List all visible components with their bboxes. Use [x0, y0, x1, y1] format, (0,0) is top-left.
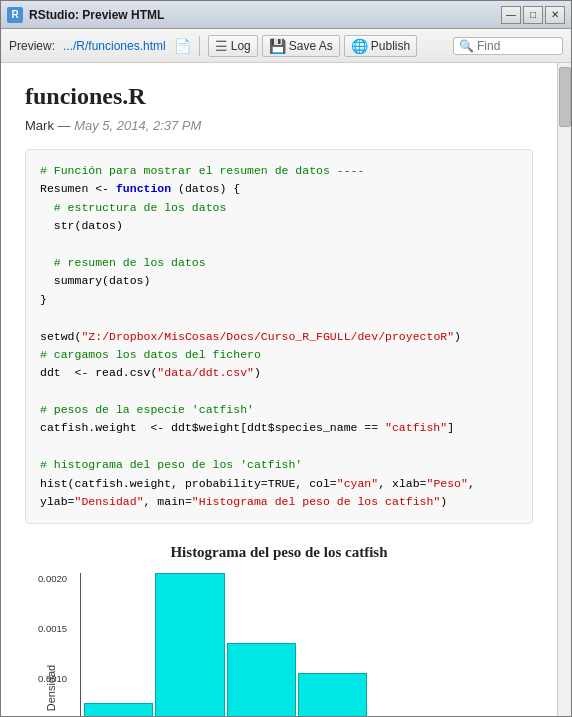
window-title: RStudio: Preview HTML [29, 8, 495, 22]
search-icon: 🔍 [459, 39, 474, 53]
y-tick-2: 0.0010 [38, 673, 67, 684]
save-as-button[interactable]: 💾 Save As [262, 35, 340, 57]
code-comment-5: # pesos de la especie 'catfish' [40, 403, 254, 416]
code-block: # Función para mostrar el resumen de dat… [25, 149, 533, 524]
author-line: Mark — May 5, 2014, 2:37 PM [25, 118, 533, 133]
code-comment-2: # estructura de los datos [40, 201, 226, 214]
author-name: Mark [25, 118, 54, 133]
app-icon: R [7, 7, 23, 23]
y-ticks: 0.0020 0.0015 0.0010 0.0005 [38, 573, 67, 716]
preview-path[interactable]: .../R/funciones.html [63, 39, 166, 53]
code-line-12: ddt <- read.csv("data/ddt.csv") [40, 366, 261, 379]
file-icon: 📄 [174, 38, 191, 54]
title-bar: R RStudio: Preview HTML — □ ✕ [1, 1, 571, 29]
publish-icon: 🌐 [351, 38, 368, 54]
search-input[interactable] [477, 39, 557, 53]
log-icon: ☰ [215, 38, 228, 54]
content-area: funciones.R Mark — May 5, 2014, 2:37 PM … [1, 63, 571, 716]
bar-4 [298, 673, 367, 716]
code-line-15: catfish.weight <- ddt$weight[ddt$species… [40, 421, 454, 434]
code-comment-4: # cargamos los datos del fichero [40, 348, 261, 361]
code-line-7: summary(datos) [40, 274, 150, 287]
separator-1 [199, 36, 200, 56]
code-comment-6: # histograma del peso de los 'catfish' [40, 458, 302, 471]
document-title: funciones.R [25, 83, 533, 110]
document-date: May 5, 2014, 2:37 PM [74, 118, 201, 133]
window-controls: — □ ✕ [501, 6, 565, 24]
y-tick-3: 0.0015 [38, 623, 67, 634]
em-dash: — [58, 118, 75, 133]
y-tick-4: 0.0020 [38, 573, 67, 584]
histogram-title: Histograma del peso de los catfish [25, 544, 533, 561]
code-line-19: ylab="Densidad", main="Histograma del pe… [40, 495, 447, 508]
publish-button[interactable]: 🌐 Publish [344, 35, 417, 57]
scrollbar-thumb[interactable] [559, 67, 571, 127]
bar-3 [227, 643, 296, 716]
code-line-18: hist(catfish.weight, probability=TRUE, c… [40, 477, 475, 490]
code-line-4: str(datos) [40, 219, 123, 232]
rstudio-window: R RStudio: Preview HTML — □ ✕ Preview: .… [0, 0, 572, 717]
toolbar: Preview: .../R/funciones.html 📄 ☰ Log 💾 … [1, 29, 571, 63]
search-box[interactable]: 🔍 [453, 37, 563, 55]
scrollbar[interactable] [557, 63, 571, 716]
save-icon: 💾 [269, 38, 286, 54]
preview-label: Preview: [9, 39, 55, 53]
log-button[interactable]: ☰ Log [208, 35, 258, 57]
code-line-2: Resumen <- function (datos) { [40, 182, 240, 195]
histogram-section: Histograma del peso de los catfish Densi… [25, 544, 533, 716]
chart-wrapper: Densidad 0.0020 0.0015 0.0010 0.0005 [80, 573, 513, 716]
bar-1 [84, 703, 153, 716]
code-line-10: setwd("Z:/Dropbox/MisCosas/Docs/Curso_R_… [40, 330, 461, 343]
chart-plot [80, 573, 513, 716]
maximize-button[interactable]: □ [523, 6, 543, 24]
bar-2 [155, 573, 224, 716]
main-content[interactable]: funciones.R Mark — May 5, 2014, 2:37 PM … [1, 63, 557, 716]
code-comment-1: # Función para mostrar el resumen de dat… [40, 164, 364, 177]
code-comment-3: # resumen de los datos [40, 256, 206, 269]
close-button[interactable]: ✕ [545, 6, 565, 24]
minimize-button[interactable]: — [501, 6, 521, 24]
code-line-8: } [40, 293, 47, 306]
